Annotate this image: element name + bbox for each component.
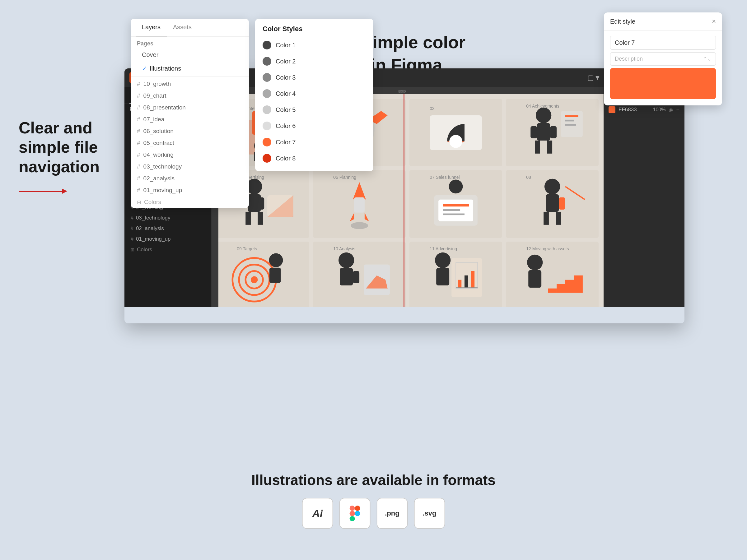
svg-rect-21 (535, 140, 540, 154)
color-style-4[interactable]: Color 4 (255, 85, 374, 102)
fl-layer-04working[interactable]: #04_working (131, 149, 249, 161)
fl-grid-icon: ⊞ (137, 199, 141, 205)
fl-layer-06solution[interactable]: #06_solution (131, 125, 249, 137)
svg-rect-22 (547, 140, 552, 154)
edit-style-popup: Edit style × Description ⌃⌄ (604, 12, 722, 105)
svg-point-83 (355, 511, 360, 516)
svg-rect-73 (528, 270, 541, 288)
fl-layer-08presentation[interactable]: #08_presentation (131, 102, 249, 113)
svg-rect-67 (458, 279, 461, 287)
layer-03tech[interactable]: #03_technology (127, 213, 209, 223)
illus-cell-9: 09 Targets (216, 242, 309, 307)
color-style-6[interactable]: Color 6 (255, 118, 374, 134)
svg-text:07 Sales funnel: 07 Sales funnel (430, 175, 460, 180)
fl-tab-assets[interactable]: Assets (167, 19, 198, 36)
svg-rect-35 (354, 197, 365, 213)
svg-rect-19 (531, 126, 537, 138)
color-style-3[interactable]: Color 3 (255, 69, 374, 85)
format-figma-box (339, 498, 370, 529)
floating-layers-tabs: Layers Assets (131, 19, 249, 37)
svg-rect-48 (543, 212, 549, 225)
svg-text:06 Planning: 06 Planning (333, 175, 356, 180)
svg-rect-49 (556, 212, 561, 225)
floating-color-styles-panel: Color Styles Color 1 Color 2 Color 3 Col… (255, 19, 374, 171)
color-label-6: Color 6 (276, 123, 295, 130)
color-swatch-6 (263, 122, 271, 130)
color-label-2: Color 2 (276, 58, 295, 65)
svg-rect-60 (353, 271, 359, 283)
edit-style-header: Edit style × (604, 12, 722, 31)
fl-layer-02analysis[interactable]: #02_analysis (131, 172, 249, 184)
svg-rect-32 (258, 212, 263, 225)
color-swatch-8 (263, 154, 271, 163)
floating-layers-panel: Layers Assets Pages Cover ✓ Illustration… (131, 19, 249, 208)
svg-text:03: 03 (430, 106, 435, 111)
edit-style-close-button[interactable]: × (712, 18, 716, 26)
svg-rect-59 (340, 268, 353, 286)
left-text-section: Clear and simple file navigation (19, 118, 118, 194)
png-label: .png (385, 509, 399, 517)
illus-cell-10: 10 Analysis (313, 242, 406, 307)
color-label-1: Color 1 (276, 42, 295, 49)
svg-rect-20 (550, 126, 557, 138)
color-style-1[interactable]: Color 1 (255, 37, 374, 53)
illus-cell-3: 03 (409, 99, 502, 166)
eye-icon[interactable]: ◉ (669, 107, 673, 113)
color-style-5[interactable]: Color 5 (255, 102, 374, 118)
color-style-8[interactable]: Color 8 (255, 150, 374, 166)
minus-icon[interactable]: − (676, 107, 679, 113)
svg-point-15 (449, 135, 462, 148)
color-styles-title: Color Styles (255, 19, 374, 37)
color-label-7: Color 7 (276, 139, 295, 146)
format-png-box: .png (377, 498, 408, 529)
edit-style-description-field[interactable]: Description ⌃⌄ (610, 52, 716, 65)
fl-layer-07idea[interactable]: #07_idea (131, 113, 249, 125)
svg-text:10 Analysis: 10 Analysis (333, 246, 355, 251)
figma-icon (347, 506, 363, 521)
color-style-2[interactable]: Color 2 (255, 53, 374, 69)
svg-point-55 (269, 253, 283, 267)
color-style-7[interactable]: Color 7 (255, 134, 374, 150)
svg-text:08: 08 (526, 175, 531, 180)
fl-tab-layers[interactable]: Layers (136, 19, 167, 36)
svg-point-72 (527, 255, 543, 270)
opacity-value: 100% (653, 107, 666, 112)
color-swatch[interactable] (609, 106, 615, 113)
svg-rect-18 (537, 123, 550, 140)
fl-layer-10growth[interactable]: #10_growth (131, 78, 249, 90)
svg-rect-26 (565, 124, 576, 126)
svg-point-54 (251, 276, 258, 283)
svg-rect-56 (269, 267, 281, 283)
color-label-3: Color 3 (276, 74, 295, 81)
svg-point-36 (351, 222, 368, 229)
svg-rect-69 (471, 271, 474, 287)
layer-01moving[interactable]: #01_moving_up (127, 234, 209, 244)
fl-layer-01moving[interactable]: #01_moving_up (131, 184, 249, 196)
layer-colors[interactable]: ⊞Colors (127, 244, 209, 255)
fl-page-illustrations[interactable]: ✓ Illustrations (131, 61, 249, 75)
fl-page-cover[interactable]: Cover (131, 48, 249, 61)
edit-style-name-input[interactable] (610, 36, 716, 50)
tool-icon-1: ▢▼ (587, 74, 601, 82)
svg-rect-82 (350, 516, 355, 521)
svg-rect-47 (559, 197, 565, 210)
fl-divider (131, 77, 249, 77)
edit-style-color-swatch[interactable] (610, 68, 716, 99)
svg-rect-24 (565, 115, 578, 117)
svg-rect-40 (443, 204, 469, 207)
edit-style-title: Edit style (610, 18, 635, 25)
color-swatch-1 (263, 41, 271, 49)
illus-cell-7: 07 Sales funnel (409, 170, 502, 238)
bottom-heading: Illustrations are available in formats (251, 472, 496, 488)
svg-text:04 Achievements: 04 Achievements (526, 104, 559, 108)
svg-rect-46 (546, 194, 559, 212)
color-swatch-7 (263, 138, 271, 146)
fl-layer-colors[interactable]: ⊞Colors (131, 196, 249, 208)
svg-rect-31 (246, 212, 251, 225)
illus-cell-12: 12 Moving with assets (506, 242, 599, 307)
left-heading: Clear and simple file navigation (19, 118, 118, 176)
fl-layer-09chart[interactable]: #09_chart (131, 90, 249, 102)
fl-layer-03tech[interactable]: #03_technology (131, 161, 249, 172)
fl-layer-05contract[interactable]: #05_contract (131, 137, 249, 149)
layer-02analysis[interactable]: #02_analysis (127, 223, 209, 234)
